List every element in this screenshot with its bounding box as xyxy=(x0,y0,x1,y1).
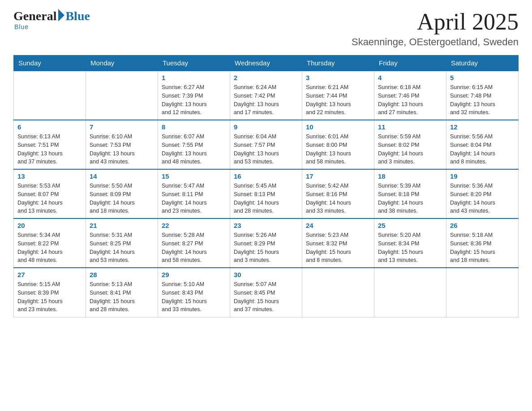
calendar-cell: 10Sunrise: 6:01 AM Sunset: 8:00 PM Dayli… xyxy=(302,120,374,169)
calendar-cell: 2Sunrise: 6:24 AM Sunset: 7:42 PM Daylig… xyxy=(230,71,302,120)
day-info: Sunrise: 5:34 AM Sunset: 8:22 PM Dayligh… xyxy=(17,231,82,265)
day-info: Sunrise: 5:13 AM Sunset: 8:41 PM Dayligh… xyxy=(90,280,154,314)
day-info: Sunrise: 6:10 AM Sunset: 7:53 PM Dayligh… xyxy=(90,133,154,166)
day-number: 9 xyxy=(234,123,298,131)
calendar-cell: 16Sunrise: 5:45 AM Sunset: 8:13 PM Dayli… xyxy=(230,169,302,218)
day-info: Sunrise: 5:23 AM Sunset: 8:32 PM Dayligh… xyxy=(306,231,370,265)
weekday-header-wednesday: Wednesday xyxy=(230,56,302,71)
calendar-table: SundayMondayTuesdayWednesdayThursdayFrid… xyxy=(13,55,519,317)
calendar-cell: 7Sunrise: 6:10 AM Sunset: 7:53 PM Daylig… xyxy=(86,120,158,169)
day-number: 22 xyxy=(162,222,226,229)
calendar-cell: 27Sunrise: 5:15 AM Sunset: 8:39 PM Dayli… xyxy=(14,268,86,317)
calendar-cell: 20Sunrise: 5:34 AM Sunset: 8:22 PM Dayli… xyxy=(14,218,86,268)
week-row-3: 13Sunrise: 5:53 AM Sunset: 8:07 PM Dayli… xyxy=(14,169,519,218)
calendar-cell: 5Sunrise: 6:15 AM Sunset: 7:48 PM Daylig… xyxy=(446,71,519,120)
calendar-cell: 24Sunrise: 5:23 AM Sunset: 8:32 PM Dayli… xyxy=(302,218,374,268)
day-info: Sunrise: 5:45 AM Sunset: 8:13 PM Dayligh… xyxy=(234,182,298,215)
day-number: 26 xyxy=(450,222,515,229)
calendar-cell xyxy=(374,268,446,317)
calendar-cell: 3Sunrise: 6:21 AM Sunset: 7:44 PM Daylig… xyxy=(302,71,374,120)
day-info: Sunrise: 5:36 AM Sunset: 8:20 PM Dayligh… xyxy=(450,182,515,215)
calendar-cell: 15Sunrise: 5:47 AM Sunset: 8:11 PM Dayli… xyxy=(158,169,230,218)
day-info: Sunrise: 5:10 AM Sunset: 8:43 PM Dayligh… xyxy=(162,280,226,314)
calendar-cell: 19Sunrise: 5:36 AM Sunset: 8:20 PM Dayli… xyxy=(446,169,519,218)
weekday-header-row: SundayMondayTuesdayWednesdayThursdayFrid… xyxy=(14,56,519,71)
day-number: 13 xyxy=(17,172,82,180)
calendar-cell: 22Sunrise: 5:28 AM Sunset: 8:27 PM Dayli… xyxy=(158,218,230,268)
calendar-cell: 8Sunrise: 6:07 AM Sunset: 7:55 PM Daylig… xyxy=(158,120,230,169)
day-info: Sunrise: 5:28 AM Sunset: 8:27 PM Dayligh… xyxy=(162,231,226,265)
day-info: Sunrise: 5:31 AM Sunset: 8:25 PM Dayligh… xyxy=(90,231,154,265)
week-row-4: 20Sunrise: 5:34 AM Sunset: 8:22 PM Dayli… xyxy=(14,218,519,268)
day-info: Sunrise: 6:07 AM Sunset: 7:55 PM Dayligh… xyxy=(162,133,226,166)
calendar-cell: 4Sunrise: 6:18 AM Sunset: 7:46 PM Daylig… xyxy=(374,71,446,120)
calendar-cell xyxy=(446,268,519,317)
weekday-header-sunday: Sunday xyxy=(14,56,86,71)
calendar-cell: 11Sunrise: 5:59 AM Sunset: 8:02 PM Dayli… xyxy=(374,120,446,169)
location-title: Skaenninge, OEstergoetland, Sweden xyxy=(352,36,519,48)
day-info: Sunrise: 5:07 AM Sunset: 8:45 PM Dayligh… xyxy=(234,280,298,314)
calendar-cell: 17Sunrise: 5:42 AM Sunset: 8:16 PM Dayli… xyxy=(302,169,374,218)
day-number: 29 xyxy=(162,271,226,278)
day-number: 17 xyxy=(306,172,370,180)
weekday-header-tuesday: Tuesday xyxy=(158,56,230,71)
weekday-header-thursday: Thursday xyxy=(302,56,374,71)
day-info: Sunrise: 6:27 AM Sunset: 7:39 PM Dayligh… xyxy=(162,83,226,117)
day-info: Sunrise: 5:18 AM Sunset: 8:36 PM Dayligh… xyxy=(450,231,515,265)
day-number: 19 xyxy=(450,172,515,180)
calendar-cell: 6Sunrise: 6:13 AM Sunset: 7:51 PM Daylig… xyxy=(14,120,86,169)
calendar-cell: 23Sunrise: 5:26 AM Sunset: 8:29 PM Dayli… xyxy=(230,218,302,268)
day-number: 3 xyxy=(306,74,370,81)
day-info: Sunrise: 5:20 AM Sunset: 8:34 PM Dayligh… xyxy=(378,231,442,265)
day-info: Sunrise: 6:15 AM Sunset: 7:48 PM Dayligh… xyxy=(450,83,515,117)
calendar-cell xyxy=(14,71,86,120)
day-number: 2 xyxy=(234,74,298,81)
day-info: Sunrise: 6:04 AM Sunset: 7:57 PM Dayligh… xyxy=(234,133,298,166)
weekday-header-friday: Friday xyxy=(374,56,446,71)
calendar-cell: 28Sunrise: 5:13 AM Sunset: 8:41 PM Dayli… xyxy=(86,268,158,317)
weekday-header-saturday: Saturday xyxy=(446,56,519,71)
calendar-cell: 9Sunrise: 6:04 AM Sunset: 7:57 PM Daylig… xyxy=(230,120,302,169)
calendar-cell: 25Sunrise: 5:20 AM Sunset: 8:34 PM Dayli… xyxy=(374,218,446,268)
week-row-1: 1Sunrise: 6:27 AM Sunset: 7:39 PM Daylig… xyxy=(14,71,519,120)
day-info: Sunrise: 5:59 AM Sunset: 8:02 PM Dayligh… xyxy=(378,133,442,166)
day-info: Sunrise: 6:21 AM Sunset: 7:44 PM Dayligh… xyxy=(306,83,370,117)
logo: General Blue Blue xyxy=(13,9,90,30)
day-number: 1 xyxy=(162,74,226,81)
day-number: 14 xyxy=(90,172,154,180)
day-info: Sunrise: 6:01 AM Sunset: 8:00 PM Dayligh… xyxy=(306,133,370,166)
calendar-cell: 18Sunrise: 5:39 AM Sunset: 8:18 PM Dayli… xyxy=(374,169,446,218)
day-number: 8 xyxy=(162,123,226,131)
day-number: 23 xyxy=(234,222,298,229)
day-info: Sunrise: 6:18 AM Sunset: 7:46 PM Dayligh… xyxy=(378,83,442,117)
day-number: 12 xyxy=(450,123,515,131)
day-number: 6 xyxy=(17,123,82,131)
day-info: Sunrise: 5:53 AM Sunset: 8:07 PM Dayligh… xyxy=(17,182,82,215)
day-number: 10 xyxy=(306,123,370,131)
day-number: 11 xyxy=(378,123,442,131)
calendar-cell: 14Sunrise: 5:50 AM Sunset: 8:09 PM Dayli… xyxy=(86,169,158,218)
day-number: 21 xyxy=(90,222,154,229)
calendar-cell xyxy=(86,71,158,120)
day-number: 24 xyxy=(306,222,370,229)
title-block: April 2025 Skaenninge, OEstergoetland, S… xyxy=(352,9,519,48)
day-number: 27 xyxy=(17,271,82,278)
logo-general-text: General xyxy=(13,9,56,23)
day-info: Sunrise: 5:15 AM Sunset: 8:39 PM Dayligh… xyxy=(17,280,82,314)
calendar-cell: 12Sunrise: 5:56 AM Sunset: 8:04 PM Dayli… xyxy=(446,120,519,169)
day-number: 16 xyxy=(234,172,298,180)
calendar-cell: 29Sunrise: 5:10 AM Sunset: 8:43 PM Dayli… xyxy=(158,268,230,317)
day-info: Sunrise: 5:50 AM Sunset: 8:09 PM Dayligh… xyxy=(90,182,154,215)
day-number: 20 xyxy=(17,222,82,229)
day-number: 15 xyxy=(162,172,226,180)
week-row-5: 27Sunrise: 5:15 AM Sunset: 8:39 PM Dayli… xyxy=(14,268,519,317)
month-title: April 2025 xyxy=(352,9,519,34)
weekday-header-monday: Monday xyxy=(86,56,158,71)
day-info: Sunrise: 5:56 AM Sunset: 8:04 PM Dayligh… xyxy=(450,133,515,166)
week-row-2: 6Sunrise: 6:13 AM Sunset: 7:51 PM Daylig… xyxy=(14,120,519,169)
calendar-cell: 13Sunrise: 5:53 AM Sunset: 8:07 PM Dayli… xyxy=(14,169,86,218)
day-number: 4 xyxy=(378,74,442,81)
calendar-cell: 30Sunrise: 5:07 AM Sunset: 8:45 PM Dayli… xyxy=(230,268,302,317)
day-number: 18 xyxy=(378,172,442,180)
day-number: 28 xyxy=(90,271,154,278)
